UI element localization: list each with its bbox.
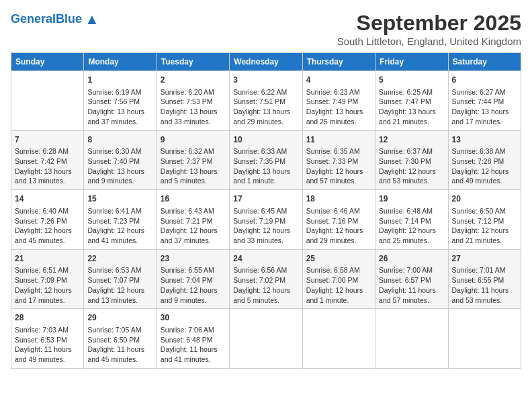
day-number: 10 xyxy=(233,134,298,146)
calendar-cell: 29Sunrise: 7:05 AMSunset: 6:50 PMDayligh… xyxy=(84,309,157,369)
day-content-line: and 53 minutes. xyxy=(452,295,517,306)
day-content-line: Sunset: 7:12 PM xyxy=(452,216,517,226)
day-content-line: Daylight: 13 hours xyxy=(233,107,298,117)
weekday-header-sunday: Sunday xyxy=(11,53,84,71)
calendar-week-row: 14Sunrise: 6:40 AMSunset: 7:26 PMDayligh… xyxy=(11,190,521,250)
day-number: 25 xyxy=(306,253,371,265)
day-content-line: and 9 minutes. xyxy=(161,295,226,306)
day-content-line: Sunrise: 6:33 AM xyxy=(233,146,298,156)
day-content-line: Sunset: 7:53 PM xyxy=(161,97,226,107)
day-content-line: Sunset: 6:50 PM xyxy=(87,335,152,345)
day-content-line: Daylight: 13 hours xyxy=(379,107,444,117)
day-content-line: Sunrise: 6:25 AM xyxy=(379,87,444,97)
day-content-line: and 21 minutes. xyxy=(379,117,444,127)
day-content-line: Daylight: 12 hours xyxy=(233,226,298,236)
day-number: 7 xyxy=(15,134,80,146)
day-content-line: Sunset: 7:02 PM xyxy=(233,275,298,285)
day-number: 1 xyxy=(87,75,152,86)
calendar-cell: 1Sunrise: 6:19 AMSunset: 7:56 PMDaylight… xyxy=(84,71,157,131)
day-content-line: Daylight: 12 hours xyxy=(233,285,298,295)
day-content-line: and 45 minutes. xyxy=(15,236,80,246)
day-content-line: Sunset: 7:21 PM xyxy=(161,216,226,226)
day-content-line: and 49 minutes. xyxy=(15,355,80,365)
day-content-line: Daylight: 12 hours xyxy=(452,226,517,236)
day-content-line: and 29 minutes. xyxy=(306,236,371,246)
day-content-line: Daylight: 12 hours xyxy=(306,285,371,295)
day-number: 16 xyxy=(161,193,226,205)
day-content-line: and 5 minutes. xyxy=(161,176,226,186)
location-subtitle: South Littleton, England, United Kingdom xyxy=(337,36,521,47)
calendar-cell xyxy=(302,309,375,369)
day-number: 3 xyxy=(233,75,298,86)
calendar-cell: 25Sunrise: 6:58 AMSunset: 7:00 PMDayligh… xyxy=(302,249,375,309)
day-content-line: and 49 minutes. xyxy=(452,176,517,186)
day-number: 15 xyxy=(87,193,152,205)
weekday-header-tuesday: Tuesday xyxy=(157,53,229,71)
calendar-cell: 15Sunrise: 6:41 AMSunset: 7:23 PMDayligh… xyxy=(84,190,157,250)
day-number: 30 xyxy=(161,312,226,324)
day-content-line: Sunset: 6:53 PM xyxy=(15,335,80,345)
day-content-line: Daylight: 12 hours xyxy=(379,226,444,236)
day-content-line: and 9 minutes. xyxy=(87,176,152,186)
day-content-line: Daylight: 12 hours xyxy=(15,285,80,295)
day-content-line: Sunrise: 6:40 AM xyxy=(15,206,80,216)
day-content-line: Sunset: 7:49 PM xyxy=(306,97,371,107)
day-content-line: Daylight: 11 hours xyxy=(15,345,80,355)
calendar-week-row: 7Sunrise: 6:28 AMSunset: 7:42 PMDaylight… xyxy=(11,130,521,190)
day-content-line: Sunset: 7:42 PM xyxy=(15,156,80,167)
day-number: 4 xyxy=(306,75,371,86)
day-content-line: Sunset: 7:00 PM xyxy=(306,275,371,285)
day-content-line: Sunrise: 6:22 AM xyxy=(233,87,298,97)
calendar-cell: 17Sunrise: 6:45 AMSunset: 7:19 PMDayligh… xyxy=(230,190,302,250)
day-number: 14 xyxy=(15,193,80,205)
day-content-line: Sunset: 7:28 PM xyxy=(452,156,517,167)
title-block: September 2025 South Littleton, England,… xyxy=(337,11,521,47)
calendar-week-row: 28Sunrise: 7:03 AMSunset: 6:53 PMDayligh… xyxy=(11,309,521,369)
calendar-week-row: 1Sunrise: 6:19 AMSunset: 7:56 PMDaylight… xyxy=(11,71,521,131)
day-content-line: and 57 minutes. xyxy=(306,176,371,186)
day-content-line: and 45 minutes. xyxy=(87,355,152,365)
day-content-line: and 41 minutes. xyxy=(161,355,226,365)
calendar-cell: 22Sunrise: 6:53 AMSunset: 7:07 PMDayligh… xyxy=(84,249,157,309)
calendar-cell: 13Sunrise: 6:38 AMSunset: 7:28 PMDayligh… xyxy=(448,130,521,190)
day-content-line: and 17 minutes. xyxy=(452,117,517,127)
day-content-line: and 33 minutes. xyxy=(161,117,226,127)
page-header: GeneralBlue ▲ September 2025 South Littl… xyxy=(11,11,521,47)
day-content-line: and 25 minutes. xyxy=(379,236,444,246)
calendar-cell: 19Sunrise: 6:48 AMSunset: 7:14 PMDayligh… xyxy=(375,190,448,250)
day-content-line: Sunrise: 7:00 AM xyxy=(379,265,444,275)
day-content-line: Sunset: 7:07 PM xyxy=(87,275,152,285)
day-content-line: Daylight: 12 hours xyxy=(161,226,226,236)
day-content-line: and 37 minutes. xyxy=(161,236,226,246)
logo-icon: ▲ xyxy=(85,11,99,28)
calendar-cell xyxy=(375,309,448,369)
day-content-line: Daylight: 12 hours xyxy=(15,226,80,236)
calendar-cell: 8Sunrise: 6:30 AMSunset: 7:40 PMDaylight… xyxy=(84,130,157,190)
day-content-line: Sunrise: 7:06 AM xyxy=(161,325,226,335)
calendar-cell: 26Sunrise: 7:00 AMSunset: 6:57 PMDayligh… xyxy=(375,249,448,309)
calendar-cell: 12Sunrise: 6:37 AMSunset: 7:30 PMDayligh… xyxy=(375,130,448,190)
calendar-cell: 14Sunrise: 6:40 AMSunset: 7:26 PMDayligh… xyxy=(11,190,84,250)
day-number: 24 xyxy=(233,253,298,265)
day-content-line: Sunset: 7:44 PM xyxy=(452,97,517,107)
day-content-line: Sunrise: 6:58 AM xyxy=(306,265,371,275)
day-content-line: and 5 minutes. xyxy=(233,295,298,306)
day-content-line: and 1 minute. xyxy=(233,176,298,186)
day-number: 8 xyxy=(87,134,152,146)
day-content-line: Daylight: 12 hours xyxy=(161,285,226,295)
calendar-cell: 7Sunrise: 6:28 AMSunset: 7:42 PMDaylight… xyxy=(11,130,84,190)
weekday-header-saturday: Saturday xyxy=(448,53,521,71)
day-number: 23 xyxy=(161,253,226,265)
day-number: 18 xyxy=(306,193,371,205)
calendar-cell: 9Sunrise: 6:32 AMSunset: 7:37 PMDaylight… xyxy=(157,130,229,190)
day-content-line: Sunrise: 6:53 AM xyxy=(87,265,152,275)
day-content-line: Sunset: 7:23 PM xyxy=(87,216,152,226)
day-content-line: Daylight: 12 hours xyxy=(452,167,517,177)
day-content-line: and 13 minutes. xyxy=(87,295,152,306)
day-content-line: Sunrise: 6:32 AM xyxy=(161,146,226,156)
day-content-line: Sunset: 7:47 PM xyxy=(379,97,444,107)
day-number: 19 xyxy=(379,193,444,205)
logo: GeneralBlue ▲ xyxy=(11,11,99,28)
day-content-line: Sunrise: 6:45 AM xyxy=(233,206,298,216)
logo-text: GeneralBlue xyxy=(11,13,82,26)
